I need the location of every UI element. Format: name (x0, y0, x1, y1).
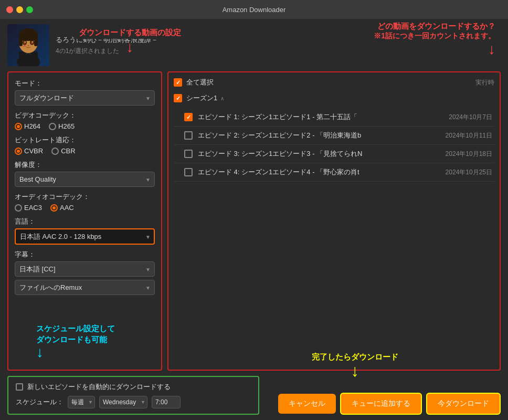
annotation-label-left: ダウンロードする動画の設定 (76, 27, 184, 39)
season1-chevron[interactable]: ∧ (220, 96, 224, 101)
subtitle-select-wrapper: 日本語 [CC] English なし ▼ (15, 261, 155, 277)
language-label: 言語： (15, 217, 155, 226)
bitrate-label: ビットレート適応： (15, 135, 155, 145)
episode-row: エピソード 2: シーズン1エピソード2 - 「明治東海道b 2024年10月1… (174, 127, 494, 145)
mode-label: モード： (15, 79, 155, 88)
episode2-title: エピソード 2: シーズン1エピソード2 - 「明治東海道b (198, 131, 440, 140)
episode-row: エピソード 1: シーズン1エピソード1 - 第二十五話「 2024年10月7日 (174, 108, 494, 127)
resolution-label: 解像度： (15, 160, 155, 170)
download-now-button[interactable]: 今ダウンロード (426, 393, 501, 415)
svg-point-16 (25, 41, 26, 43)
season1-row: シーズン1 ∧ (174, 91, 494, 105)
language-select[interactable]: 日本語 AAC 2.0 - 128 kbps English AAC 2.0 -… (15, 228, 155, 245)
episode2-date: 2024年10月11日 (446, 131, 492, 140)
subtitle-mode-select-wrapper: ファイルへのRemux 埋め込み なし ▼ (15, 280, 155, 295)
episode-row: エピソード 3: シーズン1エピソード3 - 「見捨てられN 2024年10月1… (174, 145, 494, 163)
annotation-schedule-line1: スケジュール設定して (36, 323, 115, 334)
auto-download-row: 新しいエピソードを自動的にダウンロードする (16, 382, 251, 392)
episode4-title: エピソード 4: シーズン1エピソード4 - 「野心家の肖t (198, 167, 440, 177)
main-content: るろうに剣心－明治剣客浪漫譚－ 4の1が選択されました ダウンロードする動画の設… (0, 19, 508, 420)
svg-point-20 (28, 45, 29, 46)
subtitle-select[interactable]: 日本語 [CC] English なし (15, 261, 155, 277)
action-buttons: キャンセル キューに追加する 今ダウンロード (278, 393, 501, 415)
episode1-checkbox[interactable] (184, 113, 193, 121)
schedule-row: スケジュール： 毎週 毎日 毎月 ▼ Monday Tuesday Wednes… (16, 396, 251, 408)
codec-h265-label: H265 (58, 122, 75, 130)
window-controls[interactable] (6, 6, 33, 13)
annotation-schedule: スケジュール設定して ダウンロードも可能 ↓ (36, 323, 115, 360)
episode2-checkbox[interactable] (184, 131, 193, 140)
auto-download-checkbox[interactable] (16, 383, 23, 391)
arrow-down-left: ↓ (126, 40, 134, 55)
codec-h265-radio[interactable] (49, 123, 56, 130)
schedule-day-wrapper: Monday Tuesday Wednesday Thursday Friday… (99, 396, 147, 408)
episode4-checkbox[interactable] (184, 168, 193, 176)
schedule-time-input[interactable] (152, 396, 181, 408)
right-panel: 全て選択 実行時 シーズン1 ∧ エピソード 1: シーズン1エピソード1 - … (167, 71, 501, 371)
select-all-row: 全て選択 実行時 (174, 78, 494, 87)
select-all-checkbox[interactable] (174, 78, 182, 87)
audio-eac3-option[interactable]: EAC3 (15, 204, 42, 212)
video-codec-section: ビデオコーデック： H264 H265 (15, 111, 155, 130)
episode3-date: 2024年10月18日 (446, 150, 492, 159)
episode3-title: エピソード 3: シーズン1エピソード3 - 「見捨てられN (198, 149, 440, 159)
episode3-checkbox[interactable] (184, 150, 193, 158)
audio-aac-radio[interactable] (50, 204, 58, 212)
codec-h264-radio[interactable] (15, 123, 22, 130)
maximize-button[interactable] (26, 6, 33, 13)
video-codec-label: ビデオコーデック： (15, 111, 155, 120)
bitrate-radio-group: CVBR CBR (15, 147, 155, 155)
mode-select[interactable]: フルダウンロード 映像のみ 音声のみ (15, 90, 155, 106)
resolution-select[interactable]: Best Quality 1080p 720p 480p 360p (15, 172, 155, 187)
queue-button[interactable]: キューに追加する (340, 393, 422, 415)
annotation-schedule-line2: ダウンロードも可能 (36, 334, 115, 345)
schedule-label: スケジュール： (16, 397, 64, 407)
episode1-title: エピソード 1: シーズン1エピソード1 - 第二十五話「 (198, 112, 443, 122)
season1-label: シーズン1 (186, 93, 217, 103)
bitrate-section: ビットレート適応： CVBR CBR (15, 135, 155, 155)
svg-point-14 (24, 41, 26, 44)
close-button[interactable] (6, 6, 13, 13)
season1-checkbox[interactable] (174, 94, 182, 102)
codec-h264-option[interactable]: H264 (15, 122, 40, 130)
schedule-day-select[interactable]: Monday Tuesday Wednesday Thursday Friday… (99, 396, 147, 408)
episode1-date: 2024年10月7日 (449, 113, 492, 122)
bitrate-cvbr-option[interactable]: CVBR (15, 147, 43, 155)
codec-h264-label: H264 (24, 122, 40, 130)
video-codec-radio-group: H264 H265 (15, 122, 155, 130)
annotation-complete: 完了したらダウンロード ↓ (312, 352, 398, 379)
subtitle-mode-select[interactable]: ファイルへのRemux 埋め込み なし (15, 280, 155, 295)
subtitle-label: 字幕： (15, 250, 155, 259)
annotation-label-right1: どの動画をダウンロードするか？ (374, 22, 495, 32)
title-bar: Amazon Downloader (0, 0, 508, 19)
mode-select-wrapper: フルダウンロード 映像のみ 音声のみ ▼ (15, 90, 155, 106)
svg-point-15 (31, 41, 34, 44)
svg-rect-2 (19, 51, 38, 66)
minimize-button[interactable] (16, 6, 23, 13)
resolution-select-wrapper: Best Quality 1080p 720p 480p 360p ▼ (15, 172, 155, 187)
cancel-button[interactable]: キャンセル (278, 394, 336, 414)
bitrate-cbr-label: CBR (61, 147, 75, 155)
schedule-freq-select[interactable]: 毎週 毎日 毎月 (68, 396, 95, 408)
annotation-download-settings: ダウンロードする動画の設定 ↓ (76, 27, 184, 55)
bitrate-cbr-option[interactable]: CBR (51, 147, 75, 155)
arrow-schedule-down: ↓ (36, 345, 115, 360)
audio-codec-section: オーディオコーデック： EAC3 AAC (15, 192, 155, 212)
annotation-which-video: どの動画をダウンロードするか？ ※1話につき一回カウントされます。 ↓ (374, 22, 495, 57)
mode-section: モード： フルダウンロード 映像のみ 音声のみ ▼ (15, 79, 155, 106)
audio-eac3-radio[interactable] (15, 204, 22, 212)
audio-aac-label: AAC (60, 204, 74, 212)
window-title: Amazon Downloader (223, 6, 286, 14)
auto-download-label: 新しいエピソードを自動的にダウンロードする (27, 382, 171, 392)
audio-eac3-label: EAC3 (24, 204, 42, 212)
schedule-freq-wrapper: 毎週 毎日 毎月 ▼ (68, 396, 95, 408)
svg-point-17 (32, 41, 33, 43)
episode4-date: 2024年10月25日 (446, 168, 492, 177)
bitrate-cvbr-radio[interactable] (15, 148, 22, 155)
audio-codec-radio-group: EAC3 AAC (15, 204, 155, 212)
bitrate-cbr-radio[interactable] (51, 148, 59, 155)
codec-h265-option[interactable]: H265 (49, 122, 75, 130)
arrow-complete-down: ↓ (312, 362, 398, 379)
auto-download-box: 新しいエピソードを自動的にダウンロードする スケジュール： 毎週 毎日 毎月 ▼… (7, 376, 259, 415)
audio-aac-option[interactable]: AAC (50, 204, 74, 212)
